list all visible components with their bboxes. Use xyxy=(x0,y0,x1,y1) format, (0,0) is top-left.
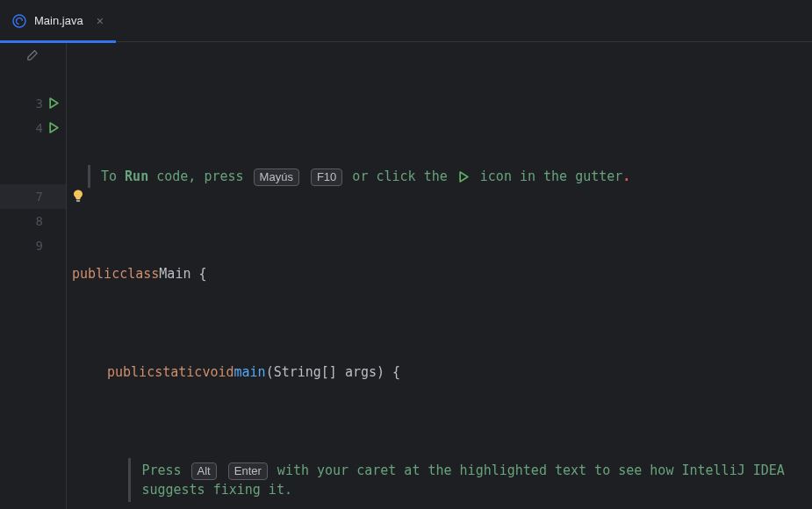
run-gutter-icon[interactable] xyxy=(48,97,61,110)
svg-point-0 xyxy=(13,15,25,27)
line-number: 8 xyxy=(20,214,43,228)
line-number: 4 xyxy=(20,121,43,135)
tab-label: Main.java xyxy=(34,14,83,27)
gutter-row-4[interactable]: 4 xyxy=(0,116,66,140)
key-enter: Enter xyxy=(228,462,268,480)
svg-point-1 xyxy=(15,17,24,25)
line-number: 9 xyxy=(20,239,43,253)
gutter-row-7[interactable]: 7 xyxy=(0,184,66,209)
red-dot: . xyxy=(622,168,630,184)
tab-main-java[interactable]: Main.java × xyxy=(0,0,116,42)
gutter-row-tip1 xyxy=(0,67,66,91)
line-number: 7 xyxy=(20,190,43,204)
tip-text: Press xyxy=(141,462,189,478)
edit-indicator[interactable] xyxy=(0,42,66,67)
code-line-4[interactable]: public static void main(String[] args) { xyxy=(70,360,812,384)
run-icon-inline xyxy=(458,171,470,183)
tip-text: code, press xyxy=(148,168,251,184)
code-editor[interactable]: To Run code, press Mayús F10 or click th… xyxy=(67,42,812,509)
close-icon[interactable]: × xyxy=(97,14,104,28)
code-line-3[interactable]: public class Main { xyxy=(70,262,812,286)
key-mayus: Mayús xyxy=(254,168,299,186)
pencil-icon xyxy=(26,48,40,61)
gutter-row-8[interactable]: 8 xyxy=(0,209,66,233)
key-alt: Alt xyxy=(191,462,217,480)
gutter-row-9[interactable]: 9 xyxy=(0,233,66,258)
intention-bulb-icon[interactable] xyxy=(71,189,85,203)
editor-tabs: Main.java × xyxy=(0,0,812,42)
java-class-icon xyxy=(12,14,26,28)
run-gutter-icon[interactable] xyxy=(48,122,61,134)
run-tip: To Run code, press Mayús F10 or click th… xyxy=(70,165,812,188)
gutter-row-3[interactable]: 3 xyxy=(0,91,66,116)
gutter-row-tip2 xyxy=(0,140,66,184)
intention-tip: Press Alt Enter with your caret at the h… xyxy=(70,458,812,502)
gutter: 3 4 7 8 9 xyxy=(0,42,67,509)
tip-text: icon in the gutter xyxy=(472,168,623,184)
svg-rect-2 xyxy=(76,200,80,203)
tip-text: To xyxy=(101,168,125,184)
line-number: 3 xyxy=(20,97,43,111)
editor-area: 3 4 7 8 9 xyxy=(0,42,812,509)
tip-text: Run xyxy=(125,168,148,184)
key-f10: F10 xyxy=(311,168,342,186)
tip-text: or click the xyxy=(344,168,455,184)
